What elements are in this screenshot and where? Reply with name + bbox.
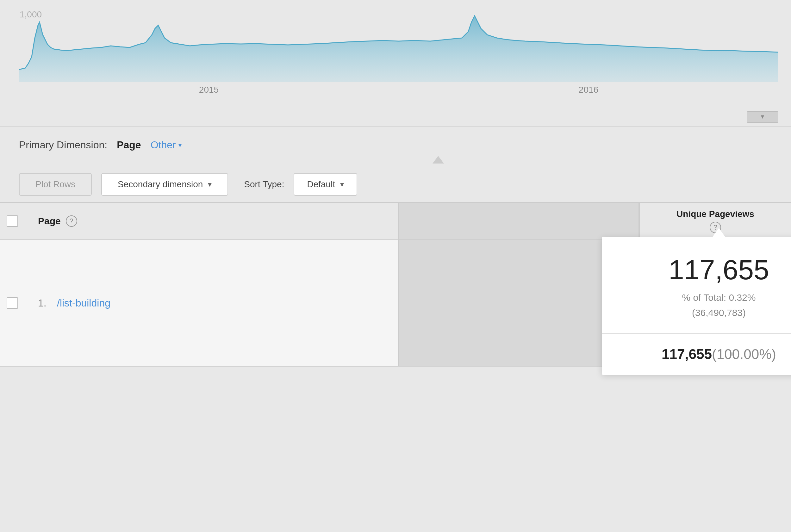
sort-type-label: Sort Type: [244,179,284,189]
plot-rows-button[interactable]: Plot Rows [19,173,92,196]
header-page-col: Page ? [25,203,399,240]
secondary-dimension-button[interactable]: Secondary dimension ▾ [101,173,228,196]
tooltip-upper: 117,655 % of Total: 0.32% (36,490,783) [602,237,791,334]
chart-svg [19,6,778,82]
row-1-page-content: 1. /list-building [25,240,399,366]
tooltip-popup: 117,655 % of Total: 0.32% (36,490,783) 1… [602,237,791,375]
table-row: 1. /list-building 117,655 % of Total: 0.… [0,240,791,366]
tooltip-lower-value: 117,655 [662,346,712,362]
chart-area: 1,000 2015 2016 [0,0,791,108]
sort-dropdown-icon: ▾ [340,180,344,189]
sort-default-label: Default [307,179,335,189]
dimension-other-button[interactable]: Other ▾ [151,139,182,151]
row-1-page-link[interactable]: /list-building [57,297,110,309]
dimension-page-button[interactable]: Page [117,139,141,151]
scrollbar-arrow-icon: ▼ [760,114,765,120]
tooltip-main-value: 117,655 [618,256,791,284]
secondary-dimension-label: Secondary dimension [118,179,203,189]
tooltip-sub-line1: % of Total: 0.32% [682,292,756,303]
table-area: Page ? Unique Pageviews ? 1. /list-build… [0,202,791,366]
tooltip-sub-line2: (36,490,783) [692,307,746,318]
sort-default-button[interactable]: Default ▾ [294,173,357,196]
other-label: Other [151,139,176,151]
page-help-icon[interactable]: ? [66,215,77,227]
tooltip-lower: 117,655(100.00%) [602,334,791,375]
tooltip-pointer-icon [713,228,725,237]
tooltip-anchor-triangle [0,151,791,164]
row-1-checkbox[interactable] [7,297,18,309]
header-checkbox[interactable] [7,215,18,227]
scrollbar-area: ▼ [0,108,791,127]
chart-x-label-2016: 2016 [579,85,598,95]
primary-dimension-row: Primary Dimension: Page Other ▾ [0,127,791,151]
chart-x-label-2015: 2015 [199,85,219,95]
header-checkbox-col [0,203,25,240]
other-dropdown-arrow-icon: ▾ [178,141,182,149]
unique-pageviews-label: Unique Pageviews [676,209,754,219]
header-page-label: Page [38,216,61,226]
toolbar-row: Plot Rows Secondary dimension ▾ Sort Typ… [0,164,791,202]
header-middle-gray [399,203,639,240]
chart-x-labels: 2015 2016 [19,82,778,95]
scrollbar-thumb[interactable]: ▼ [747,111,778,123]
tooltip-sub-text: % of Total: 0.32% (36,490,783) [618,290,791,320]
row-checkbox-col [0,240,25,366]
triangle-up-icon [433,156,444,164]
primary-dimension-label: Primary Dimension: [19,139,107,151]
chart-y-label: 1,000 [20,10,42,20]
tooltip-lower-percent: (100.00%) [712,346,776,362]
secondary-dimension-dropdown-icon: ▾ [208,180,212,189]
table-header-row: Page ? Unique Pageviews ? [0,203,791,240]
row-1-number: 1. [38,297,51,309]
row-1-gray-area: 117,655 % of Total: 0.32% (36,490,783) 1… [399,240,639,366]
